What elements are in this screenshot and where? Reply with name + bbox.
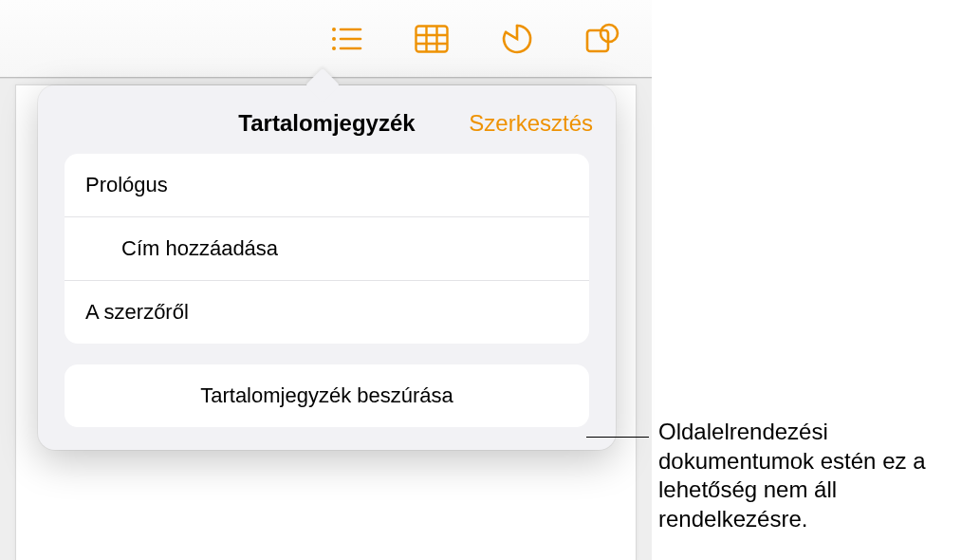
insert-toc-label: Tartalomjegyzék beszúrása: [200, 383, 453, 407]
toc-item-label: Prológus: [85, 173, 168, 196]
chart-insert-icon: [501, 23, 533, 55]
table-insert-button[interactable]: [411, 18, 453, 60]
toc-view-button[interactable]: [325, 18, 367, 60]
callout-leader-line: [586, 437, 649, 438]
chart-insert-button[interactable]: [496, 18, 538, 60]
toc-item-label: A szerzőről: [85, 300, 189, 324]
insert-toc-button[interactable]: Tartalomjegyzék beszúrása: [65, 364, 589, 427]
table-insert-icon: [415, 25, 449, 53]
shape-insert-icon: [585, 23, 619, 55]
callout-text: Oldalelrendezési dokumentumok estén ez a…: [658, 418, 971, 534]
toc-view-icon: [330, 26, 362, 52]
shape-insert-button[interactable]: [582, 18, 623, 60]
toc-popover: Tartalomjegyzék Szerkesztés Prológus Cím…: [38, 85, 616, 450]
svg-point-0: [332, 28, 336, 31]
toolbar: [0, 0, 652, 78]
toc-item-prologus[interactable]: Prológus: [65, 154, 589, 217]
toc-list: Prológus Cím hozzáadása A szerzőről: [65, 154, 589, 344]
svg-point-4: [332, 47, 336, 50]
svg-point-2: [332, 37, 336, 41]
svg-rect-6: [416, 26, 448, 51]
popover-title-text: Tartalomjegyzék: [238, 110, 415, 136]
toc-item-cim-hozzaadasa[interactable]: Cím hozzáadása: [65, 217, 589, 281]
popover-title: Tartalomjegyzék Szerkesztés: [38, 106, 616, 154]
toc-item-a-szerzorol[interactable]: A szerzőről: [65, 281, 589, 344]
edit-button[interactable]: Szerkesztés: [469, 110, 593, 137]
toc-item-label: Cím hozzáadása: [121, 236, 278, 260]
